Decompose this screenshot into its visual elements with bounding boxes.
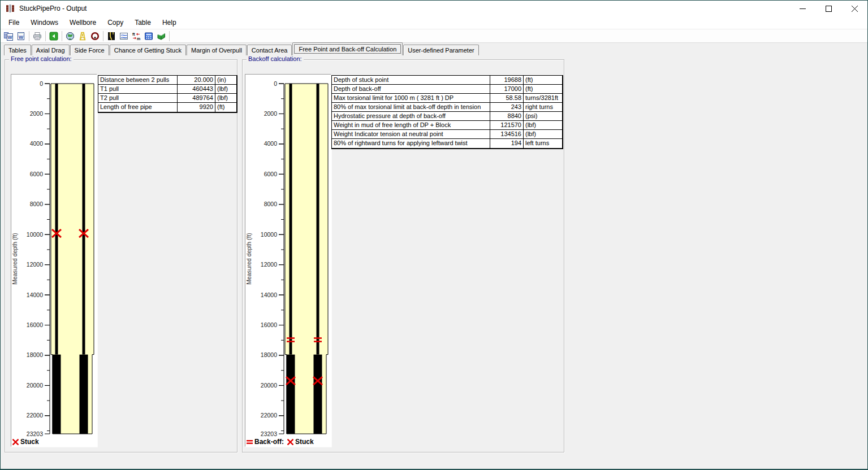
table-row: Weight Indicator tension at neutral poin…: [332, 130, 562, 139]
table-cell-unit: left turns: [524, 139, 562, 148]
tab-free-point-and-back-off-calculation[interactable]: Free Point and Back-off Calculation: [292, 42, 403, 55]
svg-text:6000: 6000: [264, 171, 278, 177]
app-icon: [6, 4, 15, 13]
tab-tables[interactable]: Tables: [4, 45, 31, 55]
maximize-icon: [826, 6, 832, 12]
free-point-legend: Stuck: [12, 438, 42, 446]
close-button[interactable]: [841, 1, 867, 16]
svg-text:0: 0: [274, 80, 277, 87]
derrick-icon: [78, 32, 87, 41]
tab-contact-area[interactable]: Contact Area: [247, 45, 292, 55]
export-word-button[interactable]: W: [15, 30, 27, 42]
minimize-button[interactable]: [789, 1, 815, 16]
backoff-chart: 0200040006000800010000120001400016000180…: [245, 75, 330, 445]
free-point-chart: 0200040006000800010000120001400016000180…: [11, 75, 96, 445]
table-row: Depth of stuck point19688(ft): [332, 76, 562, 85]
calculator-button[interactable]: [142, 30, 155, 42]
svg-text:6000: 6000: [30, 171, 44, 177]
legend-label: Stuck: [295, 438, 314, 446]
svg-text:4000: 4000: [30, 140, 44, 147]
report-lamp-icon: [157, 32, 166, 41]
svg-text:0: 0: [40, 80, 43, 87]
svg-text:22000: 22000: [261, 412, 277, 419]
svg-text:m: m: [137, 36, 140, 40]
backoff-chart-panel: 0200040006000800010000120001400016000180…: [245, 74, 331, 447]
wellbore-button[interactable]: [89, 30, 101, 42]
tab-margin-of-overpull[interactable]: Margin of Overpull: [187, 45, 247, 55]
table-row: Hydrostatic pressure at depth of back-of…: [332, 112, 562, 121]
table-cell-label: T1 pull: [98, 85, 178, 94]
menu-file[interactable]: File: [3, 17, 25, 28]
tab-chance-of-getting-stuck[interactable]: Chance of Getting Stuck: [110, 45, 186, 55]
back-button[interactable]: [47, 30, 60, 42]
table-cell-value: 489764: [178, 94, 215, 103]
svg-text:8000: 8000: [30, 201, 44, 207]
table-cell-unit: right turns: [524, 103, 562, 112]
svg-text:12000: 12000: [261, 261, 277, 268]
svg-text:2000: 2000: [264, 110, 278, 117]
backoff-group-label: Backoff calculation:: [247, 55, 304, 62]
content-area: Free point calculation: 0200040006000800…: [1, 55, 867, 469]
free-point-group-label: Free point calculation:: [9, 55, 74, 62]
svg-text:14000: 14000: [27, 291, 43, 298]
export-word-table-button[interactable]: W: [2, 30, 15, 42]
close-icon: [852, 6, 858, 12]
toolbar-separator: [29, 31, 29, 41]
menu-help[interactable]: Help: [157, 17, 182, 28]
svg-text:14000: 14000: [261, 291, 277, 298]
table-row: T1 pull460443(lbf): [98, 85, 236, 94]
print-button[interactable]: [31, 30, 44, 42]
maximize-button[interactable]: [815, 1, 841, 16]
svg-text:ft: ft: [132, 32, 135, 36]
report-lamp-button[interactable]: [155, 30, 167, 42]
window-title: StuckPipePro - Output: [19, 5, 87, 12]
table-cell-label: Max torsional limit for 1000 m ( 3281 ft…: [332, 94, 490, 103]
svg-text:16000: 16000: [261, 321, 277, 328]
svg-text:W: W: [19, 34, 24, 40]
free-point-groupbox: Free point calculation: 0200040006000800…: [5, 59, 237, 452]
globe-button[interactable]: [64, 30, 76, 42]
free-point-chart-panel: 0200040006000800010000120001400016000180…: [11, 74, 97, 447]
svg-text:Measured depth (ft): Measured depth (ft): [11, 233, 18, 285]
calculator-icon: [144, 32, 153, 41]
svg-text:23203: 23203: [261, 430, 277, 437]
table-cell-value: 17000: [490, 85, 524, 94]
menu-windows[interactable]: Windows: [25, 17, 64, 28]
tab-user-defined-parameter[interactable]: User-defined Parameter: [403, 45, 478, 55]
backoff-groupbox: Backoff calculation: 0200040006000800010…: [242, 59, 564, 452]
table-cell-value: 20.000: [178, 76, 215, 85]
svg-text:12000: 12000: [27, 261, 43, 268]
stuck-mark-icon: [12, 439, 19, 445]
table-cell-unit: (lbf): [524, 130, 562, 139]
table-cell-value: 9920: [178, 103, 215, 112]
tab-side-force[interactable]: Side Force: [70, 45, 109, 55]
globe-icon: [66, 32, 75, 41]
menu-table[interactable]: Table: [129, 17, 157, 28]
table-cell-value: 194: [490, 139, 524, 148]
minimize-icon: [800, 6, 806, 12]
table-row: T2 pull489764(lbf): [98, 94, 236, 103]
table-cell-value: 134516: [490, 130, 524, 139]
toolbar-separator: [45, 31, 46, 41]
toolbar-separator: [103, 31, 103, 41]
well-schematic-button[interactable]: [105, 30, 118, 42]
tab-strip: TablesAxial DragSide ForceChance of Gett…: [1, 42, 867, 55]
legend-label: Stuck: [20, 438, 39, 446]
table-cell-value: 121570: [490, 121, 524, 130]
table-row: Distance between 2 pulls20.000(in): [98, 76, 236, 85]
menu-wellbore[interactable]: Wellbore: [64, 17, 102, 28]
table-cell-unit: (ft): [215, 103, 236, 112]
tab-axial-drag[interactable]: Axial Drag: [32, 45, 70, 55]
table-cell-label: Length of free pipe: [98, 103, 178, 112]
table-row: Weight in mud of free length of DP + Blo…: [332, 121, 562, 130]
unit-convert-button[interactable]: ftm: [130, 30, 142, 42]
plot-button[interactable]: [118, 30, 130, 42]
derrick-button[interactable]: [76, 30, 89, 42]
table-cell-unit: turns/3281ft: [524, 94, 562, 103]
table-cell-unit: (lbf): [215, 94, 236, 103]
menu-copy[interactable]: Copy: [102, 17, 129, 28]
menu-bar: FileWindowsWellboreCopyTableHelp: [1, 16, 867, 29]
well-schematic-icon: [107, 32, 116, 41]
table-cell-label: Depth of stuck point: [332, 76, 490, 85]
free-point-table: Distance between 2 pulls20.000(in)T1 pul…: [98, 75, 237, 113]
